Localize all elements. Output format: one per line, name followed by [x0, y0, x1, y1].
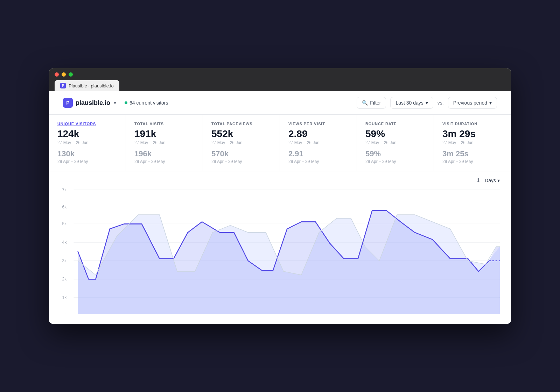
date-range-chevron-icon: ▾ [426, 100, 428, 106]
download-button[interactable]: ⬇ [476, 177, 481, 184]
stat-prev-period: 29 Apr – 29 May [365, 159, 425, 164]
maximize-button[interactable] [69, 72, 73, 77]
stat-prev-period: 29 Apr – 29 May [57, 159, 117, 164]
live-indicator-icon [125, 101, 127, 104]
header-controls: 🔍 Filter Last 30 days ▾ vs. Previous per… [357, 97, 497, 109]
stat-card-total-pageviews[interactable]: TOTAL PAGEVIEWS 552k 27 May – 26 Jun 570… [203, 115, 280, 171]
plausible-logo-icon: P [63, 98, 73, 108]
date-range-label: Last 30 days [396, 100, 423, 106]
comparison-label: Previous period [453, 100, 487, 106]
comparison-chevron-icon: ▾ [489, 100, 492, 106]
browser-chrome: Plausible · plausible.io [49, 68, 511, 91]
stat-current-period: 27 May – 26 Jun [211, 140, 271, 145]
days-chevron-icon: ▾ [497, 178, 500, 183]
stat-current-value: 124k [57, 129, 117, 140]
svg-text:3k: 3k [62, 258, 67, 263]
current-visitors-badge: 64 current visitors [125, 100, 168, 106]
chart-area: ⬇ Days ▾ 7k 6k 5k 4k 3k [49, 171, 511, 324]
stat-prev-value: 3m 25s [442, 149, 503, 158]
visitors-count-text: 64 current visitors [130, 100, 168, 106]
filter-button[interactable]: 🔍 Filter [357, 97, 386, 109]
browser-tab[interactable]: Plausible · plausible.io [55, 80, 119, 91]
svg-text:6k: 6k [62, 205, 67, 209]
stat-current-value: 59% [365, 129, 425, 140]
svg-text:5k: 5k [62, 221, 67, 226]
svg-text:7k: 7k [62, 187, 67, 192]
svg-text:0: 0 [64, 313, 66, 314]
stat-label: BOUNCE RATE [365, 122, 425, 126]
stat-card-bounce-rate[interactable]: BOUNCE RATE 59% 27 May – 26 Jun 59% 29 A… [357, 115, 434, 171]
tab-title: Plausible · plausible.io [69, 83, 114, 88]
stat-card-views-per-visit[interactable]: VIEWS PER VISIT 2.89 27 May – 26 Jun 2.9… [280, 115, 357, 171]
tab-bar: Plausible · plausible.io [55, 80, 505, 91]
vs-label: vs. [438, 100, 444, 106]
page-content: P plausible.io ▾ 64 current visitors 🔍 F… [49, 91, 511, 323]
stat-card-total-visits[interactable]: TOTAL VISITS 191k 27 May – 26 Jun 196k 2… [126, 115, 203, 171]
chart-toolbar: ⬇ Days ▾ [60, 177, 500, 184]
browser-window: Plausible · plausible.io P plausible.io … [49, 68, 511, 323]
stat-current-period: 27 May – 26 Jun [288, 140, 348, 145]
stat-current-value: 552k [211, 129, 271, 140]
browser-controls [55, 72, 505, 77]
logo-text: plausible.io [76, 99, 110, 107]
stats-grid: UNIQUE VISITORS 124k 27 May – 26 Jun 130… [49, 115, 511, 171]
stat-prev-value: 2.91 [288, 149, 348, 158]
date-range-dropdown[interactable]: Last 30 days ▾ [390, 97, 433, 109]
stat-prev-period: 29 Apr – 29 May [288, 159, 348, 164]
stat-label[interactable]: UNIQUE VISITORS [57, 122, 117, 126]
days-label: Days [485, 178, 496, 183]
stat-label: TOTAL PAGEVIEWS [211, 122, 271, 126]
chart-container: 7k 6k 5k 4k 3k 2k 1k 0 [60, 186, 500, 315]
svg-text:4k: 4k [62, 240, 67, 245]
stat-prev-value: 570k [211, 149, 271, 158]
stat-current-period: 27 May – 26 Jun [57, 140, 117, 145]
logo-area[interactable]: P plausible.io ▾ [63, 98, 116, 108]
stat-label: VISIT DURATION [442, 122, 503, 126]
header: P plausible.io ▾ 64 current visitors 🔍 F… [49, 91, 511, 115]
stat-prev-value: 59% [365, 149, 425, 158]
stat-current-value: 191k [134, 129, 194, 140]
stat-prev-value: 130k [57, 149, 117, 158]
stat-current-period: 27 May – 26 Jun [442, 140, 503, 145]
svg-text:1k: 1k [62, 295, 67, 300]
stat-prev-period: 29 Apr – 29 May [442, 159, 503, 164]
tab-favicon-icon [60, 83, 66, 88]
stat-current-period: 27 May – 26 Jun [365, 140, 425, 145]
minimize-button[interactable] [62, 72, 66, 77]
stat-current-value: 2.89 [288, 129, 348, 140]
stat-label: VIEWS PER VISIT [288, 122, 348, 126]
stat-current-value: 3m 29s [442, 129, 503, 140]
close-button[interactable] [55, 72, 59, 77]
days-dropdown[interactable]: Days ▾ [485, 178, 500, 183]
svg-text:2k: 2k [62, 277, 67, 282]
stat-card-visit-duration[interactable]: VISIT DURATION 3m 29s 27 May – 26 Jun 3m… [434, 115, 511, 171]
filter-label: Filter [370, 100, 381, 106]
comparison-dropdown[interactable]: Previous period ▾ [448, 97, 497, 109]
search-icon: 🔍 [362, 100, 368, 106]
stat-prev-period: 29 Apr – 29 May [134, 159, 194, 164]
stat-label: TOTAL VISITS [134, 122, 194, 126]
stat-current-period: 27 May – 26 Jun [134, 140, 194, 145]
stat-prev-value: 196k [134, 149, 194, 158]
logo-dropdown-chevron-icon: ▾ [114, 100, 116, 106]
stat-card-unique-visitors[interactable]: UNIQUE VISITORS 124k 27 May – 26 Jun 130… [49, 115, 126, 171]
stat-prev-period: 29 Apr – 29 May [211, 159, 271, 164]
